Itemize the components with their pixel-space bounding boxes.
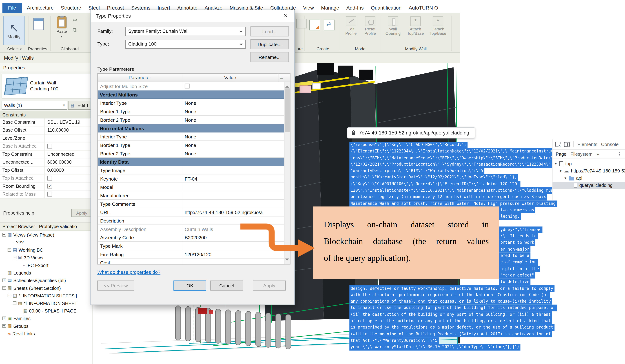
devtools-tree-item-https-7c74-49-180-159-52-ngrok-io[interactable]: ▾☁https://7c74-49-180-159-52.ngrok.io... [553,167,625,174]
tree-expander-icon[interactable]: + [2,279,6,282]
value-column-header[interactable]: Value [182,74,279,82]
family-dropdown[interactable]: System Family: Curtain Wall [125,27,246,36]
copy-button[interactable]: ⧉ [73,28,77,32]
browser-item-3d-views[interactable]: −▣3D Views [0,254,93,261]
property-value[interactable]: SSL . LEVEL 19 [45,118,93,126]
reset-profile-button[interactable]: Reset Profile [361,16,379,36]
browser-item-views-view-phase[interactable]: −▦Views (View Phase) [0,231,93,239]
browser-item-00-00-splash-page[interactable]: ▧00.00 - SPLASH PAGE [0,307,93,314]
scrollbar-thumb[interactable] [285,88,290,132]
edit-type-button[interactable]: ▦ Edit T [68,101,91,110]
parameter-group-identity-data[interactable]: Identity Data [98,158,284,166]
duplicate-button[interactable]: Duplicate... [250,39,289,49]
checkbox[interactable] [185,84,189,88]
tree-expander-icon[interactable]: + [2,324,6,328]
parameter-group-vertical-mullions[interactable]: Vertical Mullions [98,90,284,99]
properties-panel-label[interactable]: Properties [26,46,50,51]
rename-button[interactable]: Rename... [250,52,289,62]
tree-expander-icon[interactable]: − [2,233,6,237]
ribbon-tab-architecture[interactable]: Architecture [23,3,57,13]
cut-button[interactable]: ✂ [73,18,77,22]
parameter-group-horizontal-mullions[interactable]: Horizontal Mullions [98,124,284,133]
measure-panel-label[interactable]: ure [295,46,304,51]
tree-expander-icon[interactable]: − [8,248,11,252]
browser-address-overlay[interactable]: 7c74-49-180-159-52.ngrok.io/api/queryall… [347,127,475,139]
property-value[interactable] [45,183,93,190]
property-value[interactable]: 0.00000 [45,167,93,174]
tree-expander-icon[interactable]: + [2,316,6,320]
wall-opening-button[interactable]: Wall Opening [383,16,403,36]
checkbox[interactable] [47,176,52,181]
browser-item-sheets-sheet-section[interactable]: −▧Sheets (Sheet Section) [0,284,93,292]
tab-page[interactable]: Page [556,151,566,156]
ribbon-tab-file[interactable]: File [2,3,22,13]
property-value[interactable]: 110.00000 [45,126,93,134]
create-parts-button[interactable] [309,20,320,30]
tab-console[interactable]: Console [601,141,619,147]
clipboard-panel-label[interactable]: Clipboard [51,46,88,51]
type-selector-box[interactable]: Curtain Wall Cladding 100 [2,74,91,98]
properties-apply-button[interactable]: Apply [71,209,92,217]
tab-elements[interactable]: Elements [577,141,597,147]
browser-item-information-sheets[interactable]: −▧*| INFORMATION SHEETS | [0,292,93,299]
browser-item-legends[interactable]: ▥Legends [0,269,93,277]
parameter-value[interactable] [182,82,284,90]
parameter-value[interactable]: None [182,141,284,149]
tree-expander-icon[interactable]: − [8,294,11,297]
browser-item-groups[interactable]: +▩Groups [0,322,93,330]
parameter-value[interactable] [182,200,284,208]
attach-top-base-button[interactable]: Attach Top/Base [406,16,426,36]
more-tabs-chevron-icon[interactable]: » [596,151,599,156]
tree-caret-icon[interactable]: ▾ [555,162,559,166]
element-filter-dropdown[interactable]: Walls (1) ▾ [2,101,67,110]
tree-expander-icon[interactable]: − [13,301,16,305]
devtools-tree-item-api[interactable]: ▾api [553,174,625,182]
dialog-title-bar[interactable]: Type Properties ✕ [91,10,294,22]
checkbox[interactable] [47,184,52,189]
browser-item-schedules-quantities-all[interactable]: +▤Schedules/Quantities (all) [0,277,93,284]
parameter-value[interactable] [182,191,284,199]
tree-expander-icon[interactable]: − [13,256,16,259]
devtools-tree-item-queryallcladding[interactable]: queryallcladding [553,182,625,189]
browser-item-information-sheet[interactable]: −▧*‖ INFORMATION SHEET [0,299,93,307]
scroll-up-icon[interactable] [285,84,289,88]
parameter-value[interactable]: None [182,133,284,140]
parameter-value[interactable]: None [182,99,284,107]
property-value[interactable] [45,174,93,182]
close-icon[interactable]: ✕ [277,10,294,22]
property-value[interactable]: Unconnected [45,150,93,158]
parameter-value[interactable]: None [182,149,284,157]
browser-item-item[interactable]: ▫??? [0,239,93,246]
detach-top-base-button[interactable]: Detach Top/Base [428,16,448,36]
ok-button[interactable]: OK [174,280,206,291]
property-value[interactable]: 6080.00000 [45,158,93,166]
ribbon-tab-add-ins[interactable]: Add-Ins [343,3,367,13]
ribbon-tab-manage[interactable]: Manage [317,3,343,13]
checkbox[interactable] [47,192,52,196]
kebab-menu-icon[interactable]: ⋮ [617,151,622,157]
parameter-value[interactable]: http://7c74-49-180-159-52.ngrok.io/a [182,208,284,216]
browser-item-families[interactable]: +▣Families [0,314,93,322]
checkbox[interactable] [47,144,52,148]
ribbon-tab-autoturn-o[interactable]: AutoTURN O [405,3,442,13]
property-value[interactable] [45,142,93,150]
mode-panel-label[interactable]: Mode [341,46,379,51]
parameter-value[interactable] [182,166,284,174]
parameter-column-header[interactable]: Parameter [98,74,182,82]
type-dropdown[interactable]: Cladding 100 [125,40,246,49]
ribbon-tab-view[interactable]: View [300,3,317,13]
property-value[interactable] [45,135,93,142]
modify-button[interactable]: ↖ Modify [3,16,25,45]
browser-item-working-bc[interactable]: −▤Working BC [0,246,93,254]
paste-button[interactable]: Paste ▾ [54,16,70,39]
ribbon-tab-structure[interactable]: Structure [57,3,85,13]
create-panel-label[interactable]: Create [307,46,339,51]
modify-wall-panel-label[interactable]: Modify Wall [382,46,449,51]
parameter-value[interactable]: None [182,115,284,123]
inspect-element-icon[interactable] [555,142,561,147]
tree-caret-icon[interactable]: ▾ [560,169,564,173]
properties-doc-link[interactable]: What do these properties do? [97,269,160,275]
cancel-button[interactable]: Cancel [210,280,243,291]
properties-button[interactable] [31,18,46,30]
tree-caret-icon[interactable]: ▾ [564,176,569,180]
